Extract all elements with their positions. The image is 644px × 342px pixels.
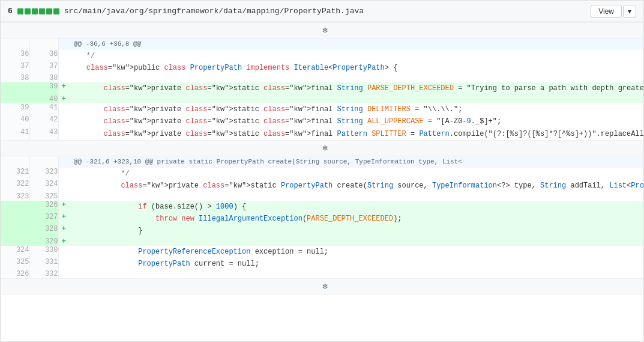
line-code: class="kw">private class="kw">static Pro… <box>69 180 643 192</box>
line-sign <box>58 180 69 192</box>
line-code: class="kw">private class="kw">static cla… <box>69 128 643 141</box>
old-line-num: 41 <box>1 128 29 141</box>
new-line-num: 38 <box>29 74 58 82</box>
line-code <box>69 192 643 201</box>
table-row: ❄ <box>1 141 643 156</box>
line-sign <box>58 270 69 279</box>
line-code: class="kw">private class="kw">static cla… <box>69 115 643 127</box>
old-line-num: 326 <box>1 270 29 279</box>
new-line-num: 324 <box>29 180 58 192</box>
old-line-num <box>1 38 29 50</box>
green-sq-3 <box>32 8 38 14</box>
old-line-num: 39 <box>1 103 29 115</box>
green-sq-2 <box>25 8 31 14</box>
green-sq-6 <box>53 8 59 14</box>
line-sign <box>58 50 69 62</box>
green-squares <box>17 8 59 14</box>
table-row: ❄ <box>1 23 643 38</box>
table-row: 326 332 <box>1 270 643 279</box>
file-path: src/main/java/org/springframework/data/m… <box>64 7 364 16</box>
line-code: } <box>69 225 643 237</box>
chevron-button[interactable]: ▾ <box>623 5 636 18</box>
new-line-num: 325 <box>29 192 58 201</box>
table-row: 37 37 class="kw">public class PropertyPa… <box>1 62 643 74</box>
line-code: PropertyPath current = null; <box>69 258 643 270</box>
new-line-num: 36 <box>29 50 58 62</box>
line-code: if (base.size() > 1000) { <box>69 201 643 213</box>
old-line-num <box>1 225 29 237</box>
line-sign: + <box>58 237 69 246</box>
line-code <box>69 74 643 82</box>
commit-count: 6 <box>8 7 13 16</box>
table-row: 40 + <box>1 95 643 103</box>
old-line-num: 40 <box>1 115 29 127</box>
line-sign <box>58 192 69 201</box>
line-sign <box>58 115 69 127</box>
line-code: */ <box>69 50 643 62</box>
old-line-num: 37 <box>1 62 29 74</box>
table-row: 323 325 <box>1 192 643 201</box>
line-sign <box>58 246 69 258</box>
old-line-num <box>1 95 29 103</box>
line-sign <box>58 62 69 74</box>
old-line-num: 325 <box>1 258 29 270</box>
table-row: 326 + if (base.size() > 1000) { <box>1 201 643 213</box>
new-line-num: 327 <box>29 213 58 225</box>
expand-snowflake-icon: ❄ <box>322 26 327 35</box>
line-code: throw new IllegalArgumentException(PARSE… <box>69 213 643 225</box>
old-line-num: 322 <box>1 180 29 192</box>
new-line-num: 42 <box>29 115 58 127</box>
table-row: 329 + <box>1 237 643 246</box>
line-code: */ <box>69 168 643 180</box>
new-line-num: 332 <box>29 270 58 279</box>
old-line-num: 324 <box>1 246 29 258</box>
table-row: 328 + } <box>1 225 643 237</box>
table-row: 325 331 PropertyPath current = null; <box>1 258 643 270</box>
table-row: @@ -321,6 +323,10 @@ private static Prop… <box>1 156 643 168</box>
table-row: 321 323 */ <box>1 168 643 180</box>
expand-icon-cell[interactable]: ❄ <box>1 141 643 156</box>
old-line-num <box>1 156 29 168</box>
expand-icon-cell[interactable]: ❄ <box>1 279 643 295</box>
line-code: @@ -321,6 +323,10 @@ private static Prop… <box>69 156 643 168</box>
green-sq-4 <box>39 8 45 14</box>
new-line-num <box>29 156 58 168</box>
old-line-num: 323 <box>1 192 29 201</box>
new-line-num: 331 <box>29 258 58 270</box>
new-line-num: 37 <box>29 62 58 74</box>
line-sign <box>58 74 69 82</box>
diff-content: ❄ @@ -36,6 +36,8 @@ 36 36 */ 37 37 class… <box>1 22 643 342</box>
header-actions: View ▾ <box>591 5 636 18</box>
line-code <box>69 95 643 103</box>
line-code: class="kw">private class="kw">static cla… <box>69 82 643 94</box>
table-row: 38 38 <box>1 74 643 82</box>
line-sign: + <box>58 225 69 237</box>
expand-icon-cell[interactable]: ❄ <box>1 23 643 38</box>
line-code: class="kw">private class="kw">static cla… <box>69 103 643 115</box>
old-line-num <box>1 82 29 94</box>
expand-snowflake-icon: ❄ <box>322 144 327 153</box>
line-sign <box>58 103 69 115</box>
new-line-num: 40 <box>29 95 58 103</box>
view-button[interactable]: View <box>591 5 622 18</box>
new-line-num: 39 <box>29 82 58 94</box>
new-line-num <box>29 38 58 50</box>
line-sign: + <box>58 95 69 103</box>
old-line-num: 36 <box>1 50 29 62</box>
old-line-num <box>1 237 29 246</box>
line-sign: + <box>58 201 69 213</box>
line-sign: + <box>58 213 69 225</box>
line-code: PropertyReferenceException exception = n… <box>69 246 643 258</box>
line-sign <box>58 156 69 168</box>
line-sign <box>58 258 69 270</box>
line-sign <box>58 38 69 50</box>
line-code: class="kw">public class PropertyPath imp… <box>69 62 643 74</box>
diff-header-left: 6 src/main/java/org/springframework/data… <box>8 7 364 16</box>
new-line-num: 41 <box>29 103 58 115</box>
line-code: @@ -36,6 +36,8 @@ <box>69 38 643 50</box>
diff-table: ❄ @@ -36,6 +36,8 @@ 36 36 */ 37 37 class… <box>1 22 643 295</box>
line-sign <box>58 128 69 141</box>
table-row: 40 42 class="kw">private class="kw">stat… <box>1 115 643 127</box>
line-sign <box>58 168 69 180</box>
green-sq-1 <box>17 8 23 14</box>
